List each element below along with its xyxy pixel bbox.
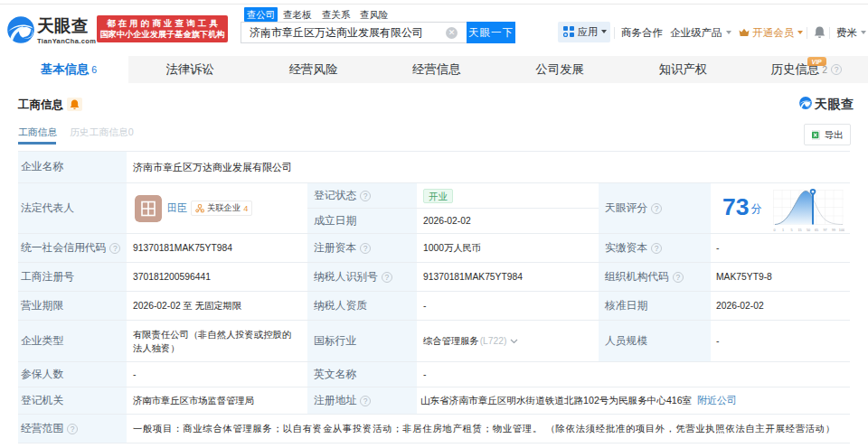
svg-text:5: 5 xyxy=(791,229,793,232)
svg-text:100: 100 xyxy=(839,229,844,232)
svg-text:99: 99 xyxy=(832,229,835,232)
svg-text:65: 65 xyxy=(815,229,818,232)
svg-text:15: 15 xyxy=(798,229,802,232)
svg-text:0: 0 xyxy=(774,229,776,232)
svg-text:97: 97 xyxy=(824,229,827,232)
svg-text:50: 50 xyxy=(807,229,810,232)
svg-text:1: 1 xyxy=(782,229,784,232)
